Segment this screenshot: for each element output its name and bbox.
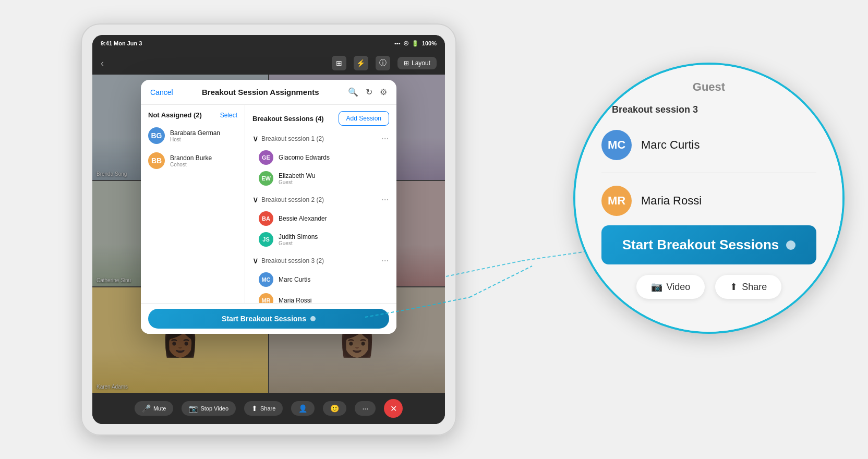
start-breakout-button[interactable]: Start Breakout Sessions	[148, 309, 389, 329]
status-icons: ▪▪▪ ⦾ 🔋 100%	[394, 40, 437, 47]
camera-nav-icon[interactable]: ⊞	[332, 56, 346, 70]
select-link[interactable]: Select	[220, 112, 237, 119]
start-btn-indicator	[310, 316, 316, 321]
session-1-header: ∨ Breakout session 1 (2) ···	[245, 130, 396, 147]
avatar-giacomo: GE	[259, 150, 273, 165]
zoom-start-button[interactable]: Start Breakout Sessions	[601, 225, 816, 264]
emoji-button[interactable]: 🙂	[323, 401, 346, 416]
mute-button[interactable]: 🎤 Mute	[135, 401, 173, 416]
session-1-member-1[interactable]: GE Giacomo Edwards	[245, 147, 396, 168]
right-panel-header: Breakout Sessions (4) Add Session	[245, 105, 396, 130]
session-3-header: ∨ Breakout session 3 (2) ···	[245, 252, 396, 269]
bottom-toolbar: 🎤 Mute 📷 Stop Video ⬆ Share 👤 🙂 ··· ✕	[92, 393, 445, 424]
zoom-video-button[interactable]: 📷 Video	[636, 275, 705, 299]
session-group-1: ∨ Breakout session 1 (2) ··· GE Giacomo …	[245, 130, 396, 189]
share-button[interactable]: ⬆ Share	[244, 401, 283, 416]
person-item-barabara[interactable]: BG Barabara German Host	[141, 123, 245, 148]
status-time: 9:41 Mon Jun 3	[101, 40, 142, 46]
search-icon[interactable]: 🔍	[348, 87, 358, 97]
emoji-icon: 🙂	[330, 404, 339, 413]
add-session-button[interactable]: Add Session	[339, 111, 389, 126]
start-btn-label: Start Breakout Sessions	[222, 315, 306, 323]
modal-header: Cancel Breakout Session Assignments 🔍 ↻ …	[141, 80, 396, 105]
session-3-member-2[interactable]: MR Maria Rossi	[245, 290, 396, 303]
collapse-icon-1[interactable]: ∨	[252, 134, 259, 143]
layout-grid-icon: ⊞	[404, 59, 409, 67]
battery-percent: 100%	[422, 40, 437, 46]
session-3-options[interactable]: ···	[381, 257, 389, 265]
zoom-content: Guest ∨ Breakout session 3 MC Marc Curti…	[575, 65, 842, 332]
cancel-button[interactable]: Cancel	[150, 88, 173, 96]
nav-bar: ‹ ⊞ ⚡ ⓘ ⊞ Layout	[92, 52, 445, 75]
stop-video-label: Stop Video	[200, 405, 228, 412]
person-item-brandon[interactable]: BB Brandon Burke Cohost	[141, 148, 245, 173]
session-1-member-2[interactable]: EW Elizabeth Wu Guest	[245, 168, 396, 189]
bluetooth-icon[interactable]: ⚡	[354, 56, 368, 70]
video-icon: 📷	[189, 404, 198, 413]
zoom-start-label: Start Breakout Sessions	[622, 237, 779, 253]
not-assigned-title: Not Assigned (2)	[148, 111, 202, 119]
zoom-share-button[interactable]: ⬆ Share	[715, 275, 781, 299]
more-button[interactable]: ···	[355, 401, 376, 416]
stop-video-button[interactable]: 📷 Stop Video	[182, 401, 236, 416]
member-info-marc: Marc Curtis	[279, 276, 310, 283]
avatar-judith: JS	[259, 232, 273, 247]
zoom-avatar-marc: MC	[601, 130, 632, 160]
end-call-icon: ✕	[390, 404, 397, 414]
person-role-brandon: Cohost	[170, 162, 212, 167]
signal-icon: ▪▪▪	[394, 40, 401, 46]
member-info-maria: Maria Rossi	[279, 297, 311, 303]
avatar-marc: MC	[259, 272, 273, 287]
session-3-member-1[interactable]: MC Marc Curtis	[245, 269, 396, 290]
session-1-options[interactable]: ···	[381, 135, 389, 143]
zoom-start-dot	[786, 240, 795, 250]
member-info-giacomo: Giacomo Edwards	[279, 154, 330, 161]
session-2-options[interactable]: ···	[381, 196, 389, 204]
refresh-icon[interactable]: ↻	[366, 87, 372, 97]
avatar-bessie: BA	[259, 211, 273, 226]
person-info-barabara: Barabara German Host	[170, 129, 220, 142]
zoom-person-maria[interactable]: MR Maria Rossi	[601, 180, 816, 221]
member-role-judith: Guest	[279, 240, 318, 246]
zoom-name-marc: Marc Curtis	[641, 138, 700, 152]
collapse-icon-3[interactable]: ∨	[252, 256, 259, 265]
mic-icon: 🎤	[142, 404, 151, 413]
zoom-bottom-buttons: 📷 Video ⬆ Share	[601, 275, 816, 299]
session-2-header: ∨ Breakout session 2 (2) ···	[245, 191, 396, 208]
session-2-member-1[interactable]: BA Bessie Alexander	[245, 208, 396, 229]
zoom-avatar-maria: MR	[601, 186, 632, 216]
left-panel: Not Assigned (2) Select BG Barabara Germ…	[141, 105, 245, 303]
back-button[interactable]: ‹	[101, 58, 104, 69]
participants-button[interactable]: 👤	[291, 401, 315, 416]
share-label: Share	[260, 405, 275, 412]
zoom-name-maria: Maria Rossi	[641, 194, 702, 208]
member-name-maria: Maria Rossi	[279, 297, 311, 303]
session-2-left: ∨ Breakout session 2 (2)	[252, 195, 324, 204]
session-3-left: ∨ Breakout session 3 (2)	[252, 256, 324, 265]
member-name-giacomo: Giacomo Edwards	[279, 154, 330, 161]
session-2-member-2[interactable]: JS Judith Simons Guest	[245, 229, 396, 250]
zoom-section-title: Breakout session 3	[612, 104, 698, 115]
collapse-icon-2[interactable]: ∨	[252, 195, 259, 204]
modal-header-icons: 🔍 ↻ ⚙	[348, 87, 387, 97]
zoom-video-label: Video	[667, 282, 691, 293]
layout-button[interactable]: ⊞ Layout	[397, 57, 437, 69]
end-call-button[interactable]: ✕	[384, 399, 403, 418]
zoom-circle: Guest ∨ Breakout session 3 MC Marc Curti…	[573, 63, 845, 334]
session-2-name: Breakout session 2 (2)	[261, 196, 324, 203]
member-role-elizabeth: Guest	[279, 179, 315, 185]
zoom-person-marc[interactable]: MC Marc Curtis	[601, 125, 816, 165]
avatar-elizabeth: EW	[259, 171, 273, 186]
mute-label: Mute	[153, 405, 166, 412]
nav-icons: ⊞ ⚡ ⓘ ⊞ Layout	[332, 56, 437, 70]
avatar-barabara: BG	[148, 127, 165, 144]
avatar-maria: MR	[259, 293, 273, 303]
info-icon[interactable]: ⓘ	[376, 56, 390, 70]
settings-icon[interactable]: ⚙	[380, 87, 387, 97]
zoom-video-icon: 📷	[651, 281, 662, 293]
zoom-share-label: Share	[742, 282, 767, 293]
svg-line-3	[446, 261, 522, 276]
person-name-brandon: Brandon Burke	[170, 154, 212, 162]
share-icon: ⬆	[251, 404, 258, 413]
svg-line-2	[469, 266, 532, 297]
